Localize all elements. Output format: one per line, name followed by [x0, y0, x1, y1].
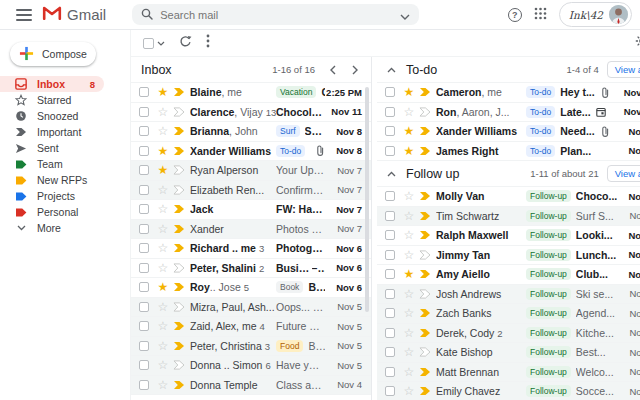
row-checkbox[interactable] [385, 191, 395, 201]
label-chip[interactable]: Follow-up [526, 385, 571, 397]
star-toggle-icon[interactable]: ☆ [156, 203, 170, 215]
star-toggle-icon[interactable]: ☆ [156, 106, 170, 118]
label-chip[interactable]: Follow-up [526, 288, 571, 300]
email-row[interactable]: ☆Clarence, Vijay13Chocolate Factor...Nov… [131, 103, 371, 123]
star-toggle-icon[interactable]: ☆ [402, 229, 416, 241]
sidebar-item-starred[interactable]: Starred [0, 92, 104, 108]
help-icon[interactable]: ? [508, 8, 522, 22]
importance-marker-icon[interactable] [419, 386, 434, 396]
row-checkbox[interactable] [385, 308, 395, 318]
sidebar-item-team[interactable]: Team [0, 156, 104, 172]
email-row[interactable]: ☆Jimmy TanFollow-upLunch...Nov 6 [377, 246, 640, 266]
sidebar-item-personal[interactable]: Personal [0, 204, 104, 220]
row-checkbox[interactable] [385, 107, 395, 117]
star-toggle-icon[interactable]: ★ [156, 145, 170, 157]
importance-marker-icon[interactable] [173, 243, 188, 253]
importance-marker-icon[interactable] [419, 87, 434, 97]
importance-marker-icon[interactable] [419, 328, 434, 338]
label-chip[interactable]: Book [276, 281, 303, 293]
select-all-control[interactable] [143, 38, 165, 49]
email-row[interactable]: ☆Zaid, Alex, me4Future of Inbox –...Nov … [131, 317, 371, 337]
label-chip[interactable]: Vacation [276, 86, 316, 98]
importance-marker-icon[interactable] [419, 107, 434, 117]
sidebar-item-important[interactable]: Important [0, 124, 104, 140]
star-toggle-icon[interactable]: ☆ [156, 320, 170, 332]
star-toggle-icon[interactable]: ☆ [402, 288, 416, 300]
star-toggle-icon[interactable]: ☆ [156, 359, 170, 371]
star-toggle-icon[interactable]: ☆ [402, 385, 416, 397]
collapse-section-icon[interactable] [387, 67, 396, 73]
email-row[interactable]: ☆Josh AndrewsFollow-upSki se...Nov 5 [377, 285, 640, 305]
email-row[interactable]: ☆XanderPhotos from my r...Nov 7 [131, 220, 371, 240]
star-toggle-icon[interactable]: ☆ [402, 210, 416, 222]
email-row[interactable]: ☆Emily ChavezFollow-upSocce...Nov 4 [377, 382, 640, 400]
row-checkbox[interactable] [139, 360, 149, 370]
star-toggle-icon[interactable]: ★ [156, 164, 170, 176]
email-row[interactable]: ★James RightTo-doPlan...Nov 8 [377, 142, 640, 162]
importance-marker-icon[interactable] [173, 282, 188, 292]
email-row[interactable]: ☆Donna TempleClass act – Tom...Nov 4 [131, 376, 371, 396]
star-toggle-icon[interactable]: ☆ [156, 242, 170, 254]
importance-marker-icon[interactable] [173, 107, 188, 117]
row-checkbox[interactable] [139, 107, 149, 117]
row-checkbox[interactable] [385, 386, 395, 396]
row-checkbox[interactable] [139, 341, 149, 351]
settings-gear-icon[interactable] [635, 34, 640, 52]
label-chip[interactable]: Follow-up [526, 366, 571, 378]
view-all-button[interactable]: View all [607, 61, 640, 78]
row-checkbox[interactable] [385, 367, 395, 377]
select-all-checkbox[interactable] [143, 38, 154, 49]
row-checkbox[interactable] [139, 263, 149, 273]
importance-marker-icon[interactable] [419, 308, 434, 318]
label-chip[interactable]: Follow-up [526, 210, 571, 222]
row-checkbox[interactable] [385, 328, 395, 338]
label-chip[interactable]: Follow-up [526, 229, 571, 241]
menu-icon[interactable] [16, 9, 32, 21]
star-toggle-icon[interactable]: ☆ [402, 346, 416, 358]
email-row[interactable]: ★Blaine, meVacationGreece...2:25 PM [131, 83, 371, 103]
more-options-icon[interactable] [206, 34, 210, 52]
row-checkbox[interactable] [385, 230, 395, 240]
importance-marker-icon[interactable] [173, 126, 188, 136]
email-row[interactable]: ★Xander WilliamsTo-doNeed...Nov 8 [131, 142, 371, 162]
importance-marker-icon[interactable] [419, 126, 434, 136]
importance-marker-icon[interactable] [419, 191, 434, 201]
star-toggle-icon[interactable]: ★ [402, 86, 416, 98]
label-chip[interactable]: To-do [526, 145, 555, 157]
label-chip[interactable]: Food [276, 340, 303, 352]
email-row[interactable]: ☆Molly VanFollow-upChoco...Nov 7 [377, 187, 640, 207]
star-toggle-icon[interactable]: ☆ [402, 106, 416, 118]
sidebar-item-snoozed[interactable]: Snoozed [0, 108, 104, 124]
sidebar-item-projects[interactable]: Projects [0, 188, 104, 204]
row-checkbox[interactable] [139, 224, 149, 234]
sidebar-item-new-rfps[interactable]: New RFPs [0, 172, 104, 188]
email-row[interactable]: ☆Peter, Shalini2Business trip – H...Nov … [131, 259, 371, 279]
email-row[interactable]: ☆Peter, Christina3FoodBread and...Nov 5 [131, 337, 371, 357]
email-row[interactable]: ☆Elizabeth Ren...Confirmation for...Nov … [131, 181, 371, 201]
label-chip[interactable]: Follow-up [526, 249, 571, 261]
row-checkbox[interactable] [139, 126, 149, 136]
email-row[interactable]: ★Cameron, meTo-doHey t...Nov 11 [377, 83, 640, 103]
row-checkbox[interactable] [139, 87, 149, 97]
row-checkbox[interactable] [139, 321, 149, 331]
row-checkbox[interactable] [139, 165, 149, 175]
importance-marker-icon[interactable] [173, 185, 188, 195]
label-chip[interactable]: To-do [526, 106, 555, 118]
row-checkbox[interactable] [139, 302, 149, 312]
label-chip[interactable]: Follow-up [526, 327, 571, 339]
row-checkbox[interactable] [139, 243, 149, 253]
email-row[interactable]: ☆Ralph MaxwellFollow-upLooki...Nov 6 [377, 226, 640, 246]
importance-marker-icon[interactable] [419, 146, 434, 156]
account-pill[interactable]: Ink\42 [559, 2, 632, 27]
email-row[interactable]: ☆Richard .. me3Photography clas...Nov 6 [131, 239, 371, 259]
row-checkbox[interactable] [139, 185, 149, 195]
star-toggle-icon[interactable]: ★ [156, 281, 170, 293]
email-row[interactable]: ☆Ron, Aaron, J...To-doLate...Nov 11 [377, 103, 640, 123]
star-toggle-icon[interactable]: ★ [402, 125, 416, 137]
email-row[interactable]: ☆Tim SchwartzFollow-upSurf S...Nov 7 [377, 207, 640, 227]
star-toggle-icon[interactable]: ☆ [402, 190, 416, 202]
star-toggle-icon[interactable]: ☆ [156, 340, 170, 352]
sidebar-item-inbox[interactable]: Inbox8 [0, 76, 104, 92]
star-toggle-icon[interactable]: ☆ [156, 379, 170, 391]
importance-marker-icon[interactable] [173, 204, 188, 214]
